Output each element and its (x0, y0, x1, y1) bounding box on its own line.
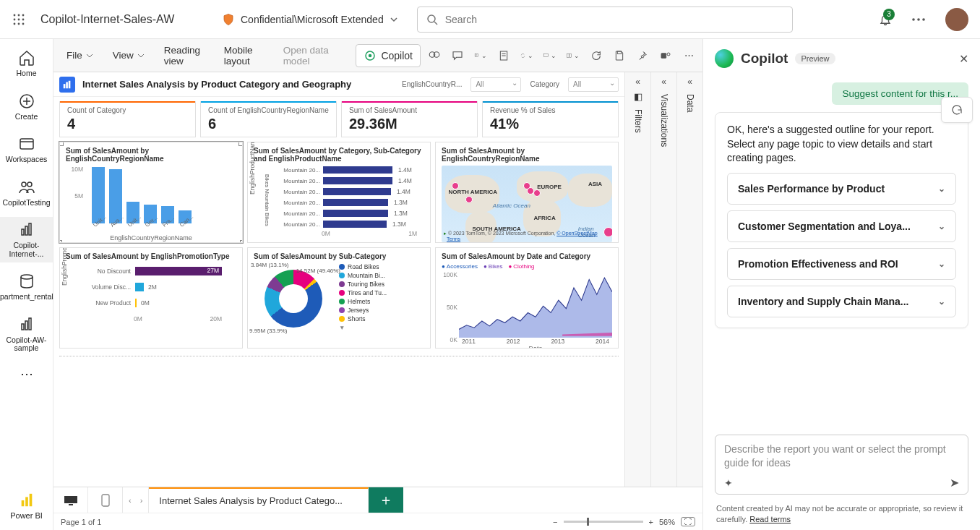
present-dropdown[interactable]: ⌄ (543, 49, 556, 62)
visual-sales-by-subcategory-donut[interactable]: Sum of SalesAmount by Sub-Category 3.84M… (247, 247, 431, 349)
map-visual[interactable]: NORTH AMERICA SOUTH AMERICA EUROPE AFRIC… (442, 166, 612, 242)
status-bar: Page 1 of 1 − + 56% ⛶ (53, 513, 702, 530)
nav-create[interactable]: Create (0, 88, 53, 126)
svg-rect-39 (544, 54, 549, 56)
regenerate-button[interactable] (941, 97, 973, 123)
svg-rect-25 (22, 324, 24, 330)
search-icon (426, 14, 438, 25)
visual-sales-by-country-bar[interactable]: Sum of SalesAmount by EnglishCountryRegi… (59, 142, 243, 243)
layout-dropdown[interactable]: ⌄ (567, 49, 580, 62)
add-page-button[interactable]: ＋ (369, 487, 403, 513)
nav-apartment-rentals[interactable]: apartment_rentals (0, 268, 53, 306)
visual-sales-by-date-area[interactable]: Sum of SalesAmount by Date and Category … (435, 247, 619, 349)
filters-pane[interactable]: « ◧ Filters (624, 72, 650, 487)
copilot-input[interactable]: Describe the report you want or select t… (715, 435, 968, 495)
refresh-button[interactable] (590, 49, 603, 62)
visual-sales-by-product-hbar[interactable]: Sum of SalesAmount by Category, Sub-Cate… (247, 142, 431, 243)
desktop-view-button[interactable] (53, 487, 88, 513)
menu-mobile-layout[interactable]: Mobile layout (218, 42, 270, 69)
kpi-country-count[interactable]: Count of EnglishCountryRegionName6 (200, 101, 337, 137)
search-input[interactable] (445, 14, 783, 25)
zoom-in[interactable]: + (649, 518, 653, 526)
ribbon-more[interactable]: ⋯ (682, 49, 695, 62)
sensitivity-label[interactable]: Confidential\Microsoft Extended (212, 13, 408, 26)
visual-sales-by-promotion[interactable]: Sum of SalesAmount by EnglishPromotionTy… (59, 247, 243, 349)
prompt-guide-button[interactable]: ✦ (724, 477, 733, 489)
svg-rect-46 (66, 82, 68, 88)
prev-page-button[interactable]: ‹ (126, 496, 134, 505)
data-pane[interactable]: « Data (676, 72, 702, 487)
send-button[interactable]: ➤ (950, 476, 959, 490)
explore-icon[interactable] (428, 49, 441, 62)
user-avatar[interactable] (945, 8, 968, 31)
menu-reading-view[interactable]: Reading view (158, 42, 211, 69)
slicer-country[interactable]: All (470, 77, 521, 92)
kpi-sales-amount[interactable]: Sum of SalesAmount29.36M (341, 101, 478, 137)
svg-point-4 (18, 18, 20, 20)
zoom-out[interactable]: − (553, 518, 557, 526)
group-icon (18, 179, 35, 196)
mobile-view-button[interactable] (88, 487, 123, 513)
svg-point-2 (22, 14, 25, 16)
page-tab-1[interactable]: Internet Sales Analysis by Product Categ… (149, 487, 369, 513)
close-copilot-button[interactable]: ✕ (959, 52, 968, 66)
next-page-button[interactable]: › (137, 496, 146, 505)
report-icon (18, 221, 35, 239)
preview-badge: Preview (795, 53, 835, 64)
nav-home[interactable]: Home (0, 45, 53, 82)
menu-view[interactable]: View (107, 47, 151, 64)
kpi-category-count[interactable]: Count of Category4 (59, 101, 196, 137)
slicer-category[interactable]: All (568, 77, 619, 92)
more-options[interactable] (906, 7, 931, 32)
nav-workspaces[interactable]: Workspaces (0, 131, 53, 168)
suggestion-promotion-effectiveness[interactable]: Promotion Effectiveness and ROI⌄ (727, 248, 956, 280)
svg-rect-50 (102, 495, 109, 506)
copilot-disclaimer: Content created by AI may not be accurat… (703, 500, 980, 530)
save-button[interactable] (613, 49, 626, 62)
nav-more[interactable]: ⋯ (0, 363, 53, 386)
suggestion-inventory-supply[interactable]: Inventory and Supply Chain Mana...⌄ (727, 286, 956, 317)
bookmark-dropdown[interactable]: ⌄ (474, 49, 487, 62)
kpi-revenue-pct[interactable]: Revenue % of Sales41% (482, 101, 619, 137)
slicer-country-label: EnglishCountryR... (402, 80, 462, 88)
svg-point-0 (14, 14, 16, 16)
svg-line-10 (434, 22, 437, 25)
suggestion-customer-segmentation[interactable]: Customer Segmentation and Loya...⌄ (727, 210, 956, 242)
menu-file[interactable]: File (61, 47, 100, 64)
svg-point-11 (912, 18, 915, 21)
visual-sales-map[interactable]: Sum of SalesAmount by EnglishCountryRegi… (435, 142, 619, 243)
copilot-button[interactable]: Copilot (356, 44, 421, 67)
notifications-button[interactable]: 3 (873, 7, 898, 32)
nav-powerbi[interactable]: Power BI (0, 488, 53, 524)
teams-button[interactable] (659, 49, 672, 62)
svg-rect-23 (29, 223, 31, 235)
nav-copilot-internet[interactable]: Copilot-Internet-... (0, 217, 53, 262)
visualizations-pane[interactable]: « Visualizations (650, 72, 676, 487)
nav-copilot-testing[interactable]: CopilotTesting (0, 174, 53, 212)
app-launcher[interactable] (6, 7, 32, 33)
report-page-icon (59, 77, 75, 93)
sync-dropdown[interactable]: ⌄ (520, 49, 533, 62)
chevron-down-icon (390, 15, 398, 24)
page-header: Internet Sales Analysis by Product Categ… (53, 72, 624, 97)
svg-point-9 (428, 15, 435, 22)
page-icon[interactable] (497, 49, 510, 62)
report-canvas: Internet Sales Analysis by Product Categ… (53, 72, 624, 487)
chevron-down-icon: ⌄ (938, 184, 945, 194)
suggestion-sales-performance[interactable]: Sales Performance by Product⌄ (727, 173, 956, 205)
dataset-icon (18, 273, 35, 290)
svg-rect-35 (475, 54, 478, 56)
powerbi-icon (19, 492, 35, 508)
fit-to-page-button[interactable]: ⛶ (681, 517, 695, 526)
nav-aw-sample[interactable]: Copilot-AW-sample (0, 312, 53, 357)
copilot-title: Copilot (741, 51, 788, 67)
menu-open-data-model: Open data model (278, 42, 342, 69)
report-name[interactable]: Copilot-Internet-Sales-AW (40, 13, 203, 26)
zoom-slider[interactable] (564, 521, 643, 523)
comment-icon[interactable] (451, 49, 464, 62)
svg-rect-42 (617, 51, 621, 54)
search-box[interactable] (417, 7, 793, 33)
donut-legend: Road Bikes Mountain Bi... Touring Bikes … (339, 263, 387, 331)
read-terms-link[interactable]: Read terms (749, 515, 791, 523)
pin-button[interactable] (636, 49, 649, 62)
